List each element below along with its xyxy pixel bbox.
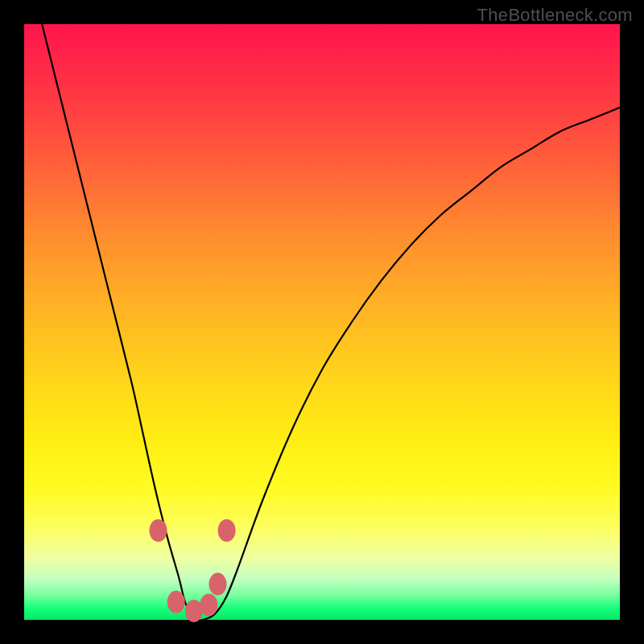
- plot-area: [24, 24, 620, 620]
- curve-marker: [209, 573, 227, 596]
- curve-marker: [200, 594, 217, 617]
- chart-frame: TheBottleneck.com: [0, 0, 644, 644]
- curve-marker: [218, 519, 236, 542]
- curve-marker: [167, 591, 185, 613]
- curve-svg: [24, 24, 620, 620]
- bottleneck-curve: [42, 24, 620, 621]
- watermark-text: TheBottleneck.com: [477, 5, 633, 26]
- curve-markers: [150, 519, 236, 622]
- curve-marker: [150, 519, 167, 542]
